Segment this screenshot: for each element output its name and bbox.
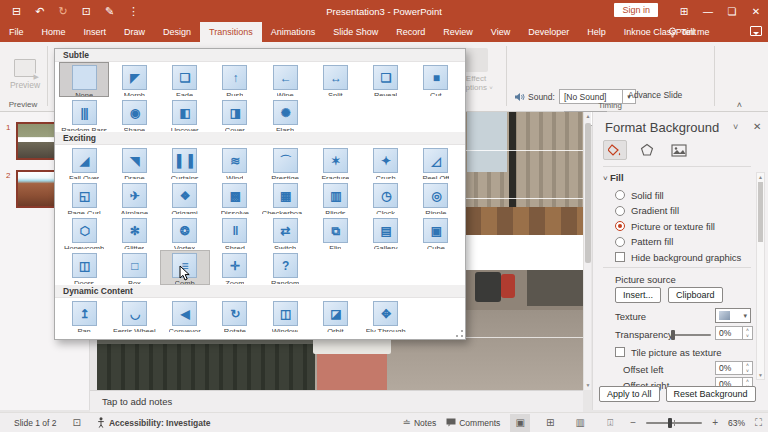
- transition-cube[interactable]: ▣Cube: [411, 215, 461, 250]
- transition-rotate[interactable]: ↻Rotate: [210, 298, 260, 333]
- transition-box[interactable]: □Box: [109, 250, 159, 285]
- radio-gradient-fill[interactable]: [615, 206, 625, 216]
- scroll-down-arrow[interactable]: ▼: [584, 381, 592, 390]
- tab-record[interactable]: Record: [387, 22, 434, 42]
- transition-reveal[interactable]: ❏Reveal: [361, 62, 411, 97]
- transition-switch[interactable]: ⇄Switch: [260, 215, 310, 250]
- zoom-level[interactable]: 63%: [728, 418, 745, 428]
- transition-pan[interactable]: ↥Pan: [59, 298, 109, 333]
- transition-honeycomb[interactable]: ⬡Honeycomb: [59, 215, 109, 250]
- transition-ripple[interactable]: ◎Ripple: [411, 180, 461, 215]
- slide-indicator[interactable]: Slide 1 of 2: [14, 418, 57, 428]
- transition-checkerboa[interactable]: ▦Checkerboa...: [260, 180, 310, 215]
- panel-scroll-thumb[interactable]: [758, 182, 763, 242]
- transition-crush[interactable]: ✦Crush: [361, 145, 411, 180]
- transition-morph[interactable]: ◤Morph: [109, 62, 159, 97]
- customize-qat-icon[interactable]: ⋮: [128, 0, 139, 22]
- zoom-slider[interactable]: [646, 422, 702, 424]
- hide-background-checkbox[interactable]: Hide background graphics: [615, 252, 741, 262]
- fill-option-picture-or-texture-fill[interactable]: Picture or texture fill: [615, 221, 715, 231]
- tab-file[interactable]: File: [0, 22, 33, 42]
- tab-animations[interactable]: Animations: [262, 22, 325, 42]
- transparency-spinner[interactable]: 0% ˄˅: [715, 326, 753, 340]
- transition-curtains[interactable]: ▌▐Curtains: [160, 145, 210, 180]
- radio-solid-fill[interactable]: [615, 190, 625, 200]
- ribbon-display-options-button[interactable]: ⊞: [672, 0, 696, 22]
- comments-toggle[interactable]: Comments: [446, 418, 500, 428]
- tab-transitions[interactable]: Transitions: [200, 22, 262, 42]
- transition-window[interactable]: ◫Window: [260, 298, 310, 333]
- transition-cover[interactable]: ◨Cover: [210, 97, 260, 132]
- slideshow-view-button[interactable]: ⍗: [600, 414, 620, 432]
- transition-shred[interactable]: ‖Shred: [210, 215, 260, 250]
- panel-options-chevron[interactable]: ˅: [733, 122, 738, 132]
- transition-glitter[interactable]: ✻Glitter: [109, 215, 159, 250]
- insert-button[interactable]: Insert...: [615, 287, 661, 303]
- transition-push[interactable]: ↑Push: [210, 62, 260, 97]
- sign-in-button[interactable]: Sign in: [614, 3, 658, 17]
- offset-left-spin-arrows[interactable]: ˄˅: [742, 362, 752, 374]
- reading-view-button[interactable]: ▥: [570, 414, 590, 432]
- tab-home[interactable]: Home: [33, 22, 75, 42]
- save-icon[interactable]: ⊟: [12, 0, 21, 22]
- offset-left-spinner[interactable]: 0% ˄˅: [715, 361, 753, 375]
- transparency-slider[interactable]: [671, 334, 711, 336]
- texture-dropdown[interactable]: ▾: [715, 308, 751, 323]
- feedback-icon[interactable]: [750, 26, 762, 36]
- fill-option-pattern-fill[interactable]: Pattern fill: [615, 237, 715, 247]
- transition-origami[interactable]: ❖Origami: [160, 180, 210, 215]
- undo-icon[interactable]: ↶: [35, 0, 44, 22]
- tab-developer[interactable]: Developer: [519, 22, 578, 42]
- transition-fade[interactable]: ❏Fade: [160, 62, 210, 97]
- redo-icon[interactable]: ↻: [58, 0, 67, 22]
- fill-section-header[interactable]: ˅ Fill: [603, 172, 624, 183]
- transition-drape[interactable]: ◥Drape: [109, 145, 159, 180]
- transition-wipe[interactable]: ←Wipe: [260, 62, 310, 97]
- panel-close-icon[interactable]: ✕: [753, 121, 761, 132]
- fill-tab-bucket[interactable]: [603, 140, 627, 160]
- slide-vertical-scrollbar[interactable]: ▲ ▼: [583, 112, 591, 390]
- fill-tab-shape[interactable]: [635, 140, 659, 160]
- zoom-slider-handle[interactable]: [668, 418, 672, 428]
- slide-sorter-view-button[interactable]: ⊞: [540, 414, 560, 432]
- transition-vortex[interactable]: ❂Vortex: [160, 215, 210, 250]
- transition-uncover[interactable]: ◧Uncover: [160, 97, 210, 132]
- tell-me[interactable]: Tell me: [660, 22, 718, 42]
- fill-tab-picture[interactable]: [667, 140, 691, 160]
- transition-fall-over[interactable]: ◢Fall Over: [59, 145, 109, 180]
- reset-background-button[interactable]: Reset Background: [666, 386, 756, 402]
- tile-picture-box[interactable]: [615, 347, 625, 357]
- minimize-button[interactable]: —: [696, 0, 720, 22]
- transition-zoom[interactable]: ✛Zoom: [210, 250, 260, 285]
- radio-pattern-fill[interactable]: [615, 237, 625, 247]
- start-slideshow-icon[interactable]: ⊡: [82, 0, 91, 22]
- transition-shape[interactable]: ◉Shape: [109, 97, 159, 132]
- transition-clock[interactable]: ◷Clock: [361, 180, 411, 215]
- zoom-in-button[interactable]: +: [712, 417, 718, 428]
- collapse-ribbon-chevron[interactable]: ˄: [737, 100, 742, 110]
- transition-wind[interactable]: ≋Wind: [210, 145, 260, 180]
- clipboard-button[interactable]: Clipboard: [668, 287, 723, 303]
- tab-help[interactable]: Help: [578, 22, 615, 42]
- fill-option-solid-fill[interactable]: Solid fill: [615, 190, 715, 200]
- ink-icon[interactable]: ✎: [105, 0, 114, 22]
- preview-button[interactable]: Preview: [4, 46, 46, 102]
- transition-ferris-wheel[interactable]: ◡Ferris Wheel: [109, 298, 159, 333]
- panel-scroll-up[interactable]: ▲: [757, 174, 764, 180]
- gallery-resize-handle[interactable]: [456, 330, 463, 337]
- transition-split[interactable]: ↔Split: [310, 62, 360, 97]
- tab-view[interactable]: View: [482, 22, 519, 42]
- notes-toggle[interactable]: ≐ Notes: [403, 417, 437, 428]
- transition-none[interactable]: None: [59, 62, 109, 97]
- fit-slide-to-window-icon[interactable]: ⛶: [755, 417, 762, 429]
- transition-flash[interactable]: ✺Flash: [260, 97, 310, 132]
- transition-flip[interactable]: ⧉Flip: [310, 215, 360, 250]
- scrollbar-thumb[interactable]: [585, 123, 591, 263]
- close-button[interactable]: ✕: [744, 0, 768, 22]
- zoom-out-button[interactable]: −: [630, 417, 636, 428]
- display-settings-icon[interactable]: ⊡: [73, 417, 81, 428]
- transition-conveyor[interactable]: ◀Conveyor: [160, 298, 210, 333]
- transparency-spin-arrows[interactable]: ˄˅: [742, 327, 752, 339]
- panel-scrollbar[interactable]: ▲ ▼: [756, 172, 765, 380]
- accessibility-status[interactable]: Accessibility: Investigate: [97, 417, 211, 428]
